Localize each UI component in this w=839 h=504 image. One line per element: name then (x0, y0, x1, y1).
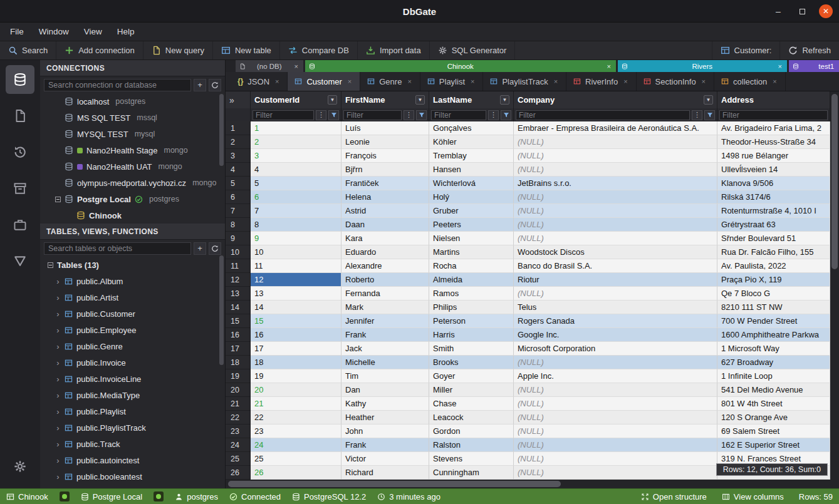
row-number[interactable]: 4 (226, 163, 251, 177)
cell-customerid[interactable]: 11 (251, 259, 341, 273)
cell-customerid[interactable]: 7 (251, 204, 341, 218)
rail-briefcase-button[interactable] (6, 210, 34, 239)
table-row[interactable]: 55FrantičekWichterlováJetBrains s.r.o.Kl… (226, 177, 830, 190)
cell-address[interactable]: Ullevĺlsveien 14 (717, 163, 830, 177)
close-icon[interactable]: × (622, 78, 628, 85)
cell-customerid[interactable]: 24 (251, 438, 341, 452)
table-row[interactable]: 1919TimGoyerApple Inc.1 Infinite Loop (226, 369, 830, 383)
table-public-autoinctest[interactable]: ›public.autoinctest (40, 452, 225, 468)
table-row[interactable]: 88DaanPeeters(NULL)Grétrystraat 63 (226, 218, 830, 232)
cell-company[interactable]: JetBrains s.r.o. (514, 177, 717, 190)
cell-lastname[interactable]: Köhler (429, 135, 514, 149)
filter-funnel-button[interactable] (328, 110, 339, 120)
cell-firstname[interactable]: Roberto (341, 273, 429, 287)
row-number[interactable]: 11 (226, 259, 251, 273)
cell-lastname[interactable]: Gruber (429, 204, 514, 218)
column-menu-button[interactable]: ▼ (415, 95, 425, 105)
cell-customerid[interactable]: 19 (251, 369, 341, 383)
grid-vertical-scrollbar-thumb[interactable] (831, 94, 838, 269)
cell-customerid[interactable]: 13 (251, 287, 341, 301)
tab-riverinfo[interactable]: RiverInfo× (566, 72, 636, 91)
dbtab-test1[interactable]: test1× (789, 60, 839, 72)
status-open-structure[interactable]: Open structure (641, 492, 707, 501)
cell-address[interactable]: 700 W Pender Street (717, 314, 830, 328)
row-number[interactable]: 18 (226, 356, 251, 369)
table-row[interactable]: 2020DanMiller(NULL)541 Del Medio Avenue (226, 383, 830, 397)
table-row[interactable]: 1010EduardoMartinsWoodstock DiscosRua Dr… (226, 245, 830, 259)
toolbar-search[interactable]: Search (0, 41, 56, 59)
row-number[interactable]: 12 (226, 273, 251, 287)
close-icon[interactable]: × (606, 63, 612, 70)
cell-lastname[interactable]: Wichterlová (429, 177, 514, 190)
connection-olympus-medportal-vychozi-cz[interactable]: olympus-medportal.vychozi.czmongo (40, 175, 225, 191)
cell-lastname[interactable]: Tremblay (429, 149, 514, 163)
table-public-artist[interactable]: ›public.Artist (40, 289, 225, 306)
cell-lastname[interactable]: Leacock (429, 411, 514, 424)
cell-customerid[interactable]: 18 (251, 356, 341, 369)
row-number[interactable]: 23 (226, 424, 251, 438)
cell-customerid[interactable]: 9 (251, 232, 341, 245)
cell-lastname[interactable]: Chase (429, 397, 514, 411)
cell-company[interactable]: (NULL) (514, 135, 717, 149)
cell-company[interactable]: Apple Inc. (514, 369, 717, 383)
connections-scrollbar[interactable] (219, 94, 224, 166)
cell-customerid[interactable]: 14 (251, 301, 341, 314)
column-menu-button[interactable]: ▼ (500, 95, 509, 105)
minimize-button[interactable]: – (771, 4, 785, 18)
toolbar-new-query[interactable]: New query (143, 41, 213, 59)
cell-customerid[interactable]: 4 (251, 163, 341, 177)
cell-firstname[interactable]: Bjřrn (341, 163, 429, 177)
table-row[interactable]: 2222HeatherLeacock(NULL)120 S Orange Ave (226, 411, 830, 424)
tab-genre[interactable]: Genre× (360, 72, 420, 91)
cell-lastname[interactable]: Cunningham (429, 466, 514, 480)
toolbar-add-connection[interactable]: Add connection (56, 41, 143, 59)
cell-company[interactable]: (NULL) (514, 466, 717, 480)
cell-firstname[interactable]: Jennifer (341, 314, 429, 328)
table-row[interactable]: 66HelenaHolý(NULL)Rilská 3174/6 (226, 190, 830, 204)
cell-address[interactable]: Sřnder Boulevard 51 (717, 232, 830, 245)
cell-firstname[interactable]: François (341, 149, 429, 163)
cell-lastname[interactable]: Brooks (429, 356, 514, 369)
cell-customerid[interactable]: 25 (251, 452, 341, 466)
tables-add-button[interactable]: + (194, 242, 206, 255)
cell-customerid[interactable]: 5 (251, 177, 341, 190)
cell-company[interactable]: (NULL) (514, 356, 717, 369)
row-number[interactable]: 9 (226, 232, 251, 245)
cell-firstname[interactable]: Leonie (341, 135, 429, 149)
cell-address[interactable]: Qe 7 Bloco G (717, 287, 830, 301)
collapse-icon[interactable] (55, 197, 61, 202)
cell-firstname[interactable]: Fernanda (341, 287, 429, 301)
cell-company[interactable]: Banco do Brasil S.A. (514, 259, 717, 273)
cell-customerid[interactable]: 26 (251, 466, 341, 480)
cell-customerid[interactable]: 16 (251, 328, 341, 342)
connection-mysql-test[interactable]: MYSQL TESTmysql (40, 126, 225, 142)
filter-menu-button[interactable]: ⋮ (404, 110, 414, 120)
cell-company[interactable]: (NULL) (514, 232, 717, 245)
cell-address[interactable]: Klanova 9/506 (717, 177, 830, 190)
cell-lastname[interactable]: Philips (429, 301, 514, 314)
cell-lastname[interactable]: Stevens (429, 452, 514, 466)
tables-scrollbar[interactable] (219, 255, 224, 365)
cell-address[interactable]: Rotenturmstraße 4, 1010 I (717, 204, 830, 218)
table-row[interactable]: 44BjřrnHansen(NULL)Ullevĺlsveien 14 (226, 163, 830, 177)
cell-address[interactable]: 69 Salem Street (717, 424, 830, 438)
cell-customerid[interactable]: 3 (251, 149, 341, 163)
cell-customerid[interactable]: 20 (251, 383, 341, 397)
cell-firstname[interactable]: Daan (341, 218, 429, 232)
cell-address[interactable]: 627 Broadway (717, 356, 830, 369)
cell-company[interactable]: (NULL) (514, 204, 717, 218)
close-icon[interactable]: × (347, 78, 353, 85)
cell-lastname[interactable]: Rocha (429, 259, 514, 273)
cell-lastname[interactable]: Goyer (429, 369, 514, 383)
row-number[interactable]: 20 (226, 383, 251, 397)
close-icon[interactable]: × (771, 78, 778, 85)
close-icon[interactable]: × (293, 63, 300, 70)
cell-firstname[interactable]: Kara (341, 232, 429, 245)
cell-firstname[interactable]: Frank (341, 328, 429, 342)
cell-customerid[interactable]: 12 (251, 273, 341, 287)
column-menu-button[interactable]: ▼ (328, 95, 337, 105)
toolbar-refresh[interactable]: Refresh (779, 41, 839, 59)
filter-funnel-button[interactable] (501, 110, 511, 120)
table-public-invoice[interactable]: ›public.Invoice (40, 354, 225, 371)
cell-customerid[interactable]: 17 (251, 342, 341, 356)
